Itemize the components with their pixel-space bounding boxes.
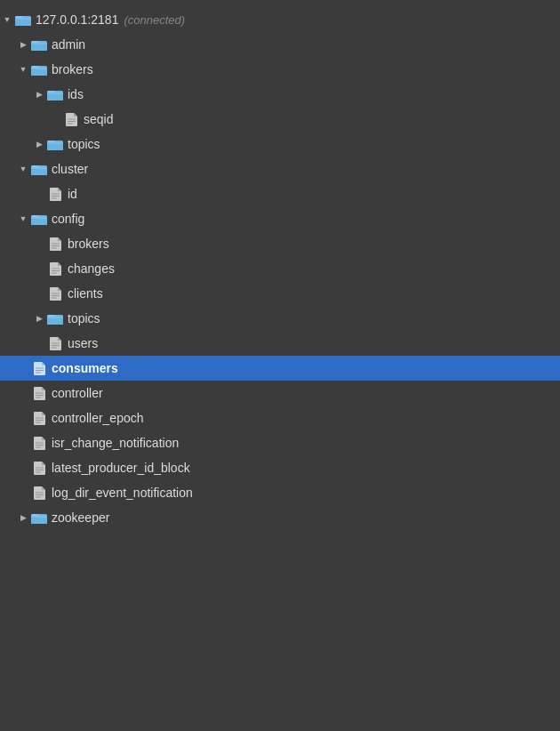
- expand-arrow-icon[interactable]: ▶: [32, 137, 46, 151]
- file-icon: [30, 411, 48, 425]
- tree-item-brokers[interactable]: ▼ brokers: [0, 57, 560, 82]
- tree-item-config-users[interactable]: users: [0, 331, 560, 356]
- file-icon: [46, 286, 64, 301]
- item-label: changes: [68, 261, 115, 276]
- item-label: id: [68, 187, 77, 201]
- tree-item-cluster[interactable]: ▼ cluster: [0, 157, 560, 181]
- folder-icon: [30, 162, 48, 176]
- item-label: users: [68, 336, 98, 350]
- file-icon: [62, 112, 80, 126]
- item-label: zookeeper: [52, 510, 109, 525]
- item-label: brokers: [52, 62, 93, 76]
- item-label: topics: [68, 137, 100, 151]
- item-label: consumers: [52, 361, 118, 375]
- tree-item-seqid[interactable]: seqid: [0, 107, 560, 132]
- tree-item-controller_epoch[interactable]: controller_epoch: [0, 406, 560, 430]
- file-icon: [30, 486, 48, 500]
- connection-status: (connected): [124, 13, 185, 27]
- item-label: topics: [68, 311, 100, 325]
- tree-item-config-topics[interactable]: ▶ topics: [0, 306, 560, 331]
- folder-icon: [46, 87, 64, 101]
- tree-item-root[interactable]: ▼ 127.0.0.1:2181(connected): [0, 7, 560, 32]
- folder-icon: [14, 12, 32, 27]
- folder-icon: [46, 311, 64, 325]
- tree-item-config[interactable]: ▼ config: [0, 206, 560, 231]
- tree-item-config-clients[interactable]: clients: [0, 281, 560, 306]
- file-icon: [30, 436, 48, 450]
- item-label: config: [52, 212, 84, 226]
- file-icon: [46, 261, 64, 276]
- expand-arrow-icon[interactable]: ▶: [32, 311, 46, 325]
- item-label: cluster: [52, 162, 88, 176]
- expand-arrow-icon[interactable]: ▶: [16, 37, 30, 52]
- tree-container: ▼ 127.0.0.1:2181(connected)▶ admin▼ brok…: [0, 0, 560, 731]
- folder-icon: [30, 212, 48, 226]
- folder-icon: [30, 37, 48, 52]
- folder-icon: [46, 137, 64, 151]
- file-icon: [46, 187, 64, 201]
- tree-item-isr_change_notification[interactable]: isr_change_notification: [0, 430, 560, 455]
- tree-item-ids[interactable]: ▶ ids: [0, 82, 560, 107]
- item-label: controller_epoch: [52, 411, 144, 425]
- file-icon: [30, 386, 48, 400]
- tree-item-admin[interactable]: ▶ admin: [0, 32, 560, 57]
- collapse-arrow-icon[interactable]: ▼: [16, 212, 30, 226]
- root-label: 127.0.0.1:2181: [36, 12, 118, 27]
- tree-item-controller[interactable]: controller: [0, 381, 560, 406]
- item-label: log_dir_event_notification: [52, 486, 193, 500]
- file-icon: [46, 237, 64, 251]
- item-label: clients: [68, 286, 103, 301]
- expand-arrow-icon[interactable]: ▶: [16, 510, 30, 525]
- tree-item-id[interactable]: id: [0, 181, 560, 206]
- tree-item-log_dir_event_notification[interactable]: log_dir_event_notification: [0, 480, 560, 505]
- tree-item-zookeeper[interactable]: ▶ zookeeper: [0, 505, 560, 530]
- file-icon: [30, 461, 48, 475]
- collapse-arrow-icon[interactable]: ▼: [0, 12, 14, 27]
- item-label: latest_producer_id_block: [52, 461, 190, 475]
- item-label: admin: [52, 37, 85, 52]
- folder-icon: [30, 62, 48, 76]
- item-label: ids: [68, 87, 84, 101]
- item-label: controller: [52, 386, 103, 400]
- collapse-arrow-icon[interactable]: ▼: [16, 62, 30, 76]
- expand-arrow-icon[interactable]: ▶: [32, 87, 46, 101]
- tree-item-config-brokers[interactable]: brokers: [0, 231, 560, 256]
- item-label: seqid: [84, 112, 113, 126]
- collapse-arrow-icon[interactable]: ▼: [16, 162, 30, 176]
- folder-icon: [30, 510, 48, 525]
- file-icon: [30, 361, 48, 375]
- tree-item-config-changes[interactable]: changes: [0, 256, 560, 281]
- item-label: isr_change_notification: [52, 436, 179, 450]
- item-label: brokers: [68, 237, 109, 251]
- tree-item-brokers-topics[interactable]: ▶ topics: [0, 132, 560, 157]
- tree-item-latest_producer_id_block[interactable]: latest_producer_id_block: [0, 455, 560, 480]
- tree-item-consumers[interactable]: consumers: [0, 356, 560, 381]
- file-icon: [46, 336, 64, 350]
